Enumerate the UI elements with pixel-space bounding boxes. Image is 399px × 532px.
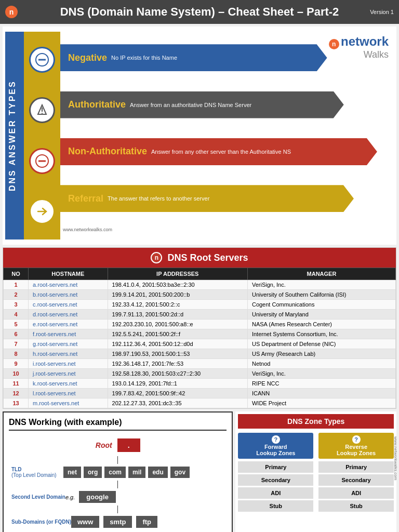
table-row: 10 j.root-servers.net 192.58.128.30, 200…	[4, 369, 396, 379]
dns-answer-types-section: n network Walks DNS ANSWER TYPES	[3, 26, 396, 245]
list-item: ADI	[318, 487, 394, 499]
cell-ip: 192.58.128.30, 2001:503:c27::2:30	[108, 369, 247, 379]
nonauth-desc: Answer from any other server than the Au…	[151, 149, 291, 155]
tld-row: TLD (Top Level Domain) netorgcommiledugo…	[11, 467, 224, 478]
nonauth-icon	[29, 148, 55, 174]
cell-manager: Cogent Communications	[247, 300, 395, 310]
subdomain-item: www	[71, 516, 99, 528]
negative-label: Negative	[68, 52, 107, 63]
cell-no: 4	[4, 310, 29, 320]
tree-connector-2	[117, 481, 118, 488]
tld-title: TLD	[11, 467, 63, 472]
cell-no: 12	[4, 389, 29, 398]
bottom-section: DNS Working (with example) Root . TLD (T…	[3, 411, 396, 532]
cell-manager: US Department of Defense (NIC)	[247, 339, 395, 349]
cell-manager: VeriSign, Inc.	[247, 280, 395, 290]
list-item: Stub	[318, 500, 394, 512]
cell-ip: 192.36.148.17, 2001:7fe::53	[108, 359, 247, 369]
zone-watermark: www.networkwalks.com	[393, 436, 398, 480]
cell-ip: 192.203.230.10, 2001:500:a8::e	[108, 320, 247, 329]
tld-subtitle: (Top Level Domain)	[11, 472, 63, 478]
cell-no: 3	[4, 300, 29, 310]
col-manager: MANAGER	[247, 268, 395, 280]
referral-icon	[29, 198, 55, 224]
subdomain-item: ftp	[136, 516, 157, 528]
tld-item: org	[84, 467, 102, 478]
table-row: 11 k.root-servers.net 193.0.14.129, 2001…	[4, 379, 396, 389]
cell-manager: Netnod	[247, 359, 395, 369]
dns-root-title: DNS Root Servers	[167, 252, 248, 263]
cell-ip: 202.12.27.33, 2001:dc3::35	[108, 398, 247, 408]
root-row: Root .	[11, 438, 224, 452]
root-label: Root	[96, 441, 112, 449]
cell-hostname: h.root-servers.net	[29, 349, 108, 359]
table-row: 6 f.root-servers.net 192.5.5.241, 2001:5…	[4, 329, 396, 339]
cell-hostname: j.root-servers.net	[29, 369, 108, 379]
cell-manager: RIPE NCC	[247, 379, 395, 389]
dns-answer-icons-col	[24, 32, 60, 240]
cell-hostname: l.root-servers.net	[29, 389, 108, 398]
root-box: .	[117, 438, 140, 452]
cell-ip: 198.41.0.4, 2001:503:ba3e::2:30	[108, 280, 247, 290]
dns-answer-types-label: DNS ANSWER TYPES	[5, 32, 24, 240]
forward-lookup-title: ? ForwardLookup Zones	[238, 433, 313, 459]
cell-no: 8	[4, 349, 29, 359]
dns-zone-types-section: DNS Zone Types ? ForwardLookup Zones Pri…	[235, 411, 396, 532]
dns-working-title: DNS Working (with example)	[9, 418, 227, 431]
cell-no: 2	[4, 290, 29, 300]
forward-q-icon: ?	[272, 435, 280, 444]
table-row: 8 h.root-servers.net 198.97.190.53, 2001…	[4, 349, 396, 359]
dns-tree: Root . TLD (Top Level Domain) netorgcomm…	[9, 436, 227, 532]
col-no: NO	[4, 268, 29, 280]
list-item: Primary	[238, 461, 313, 473]
cell-ip: 199.7.83.42, 2001:500:9f::42	[108, 389, 247, 398]
reverse-zone-items: PrimarySecondaryADIStub	[318, 461, 394, 512]
negative-icon	[29, 47, 55, 73]
cell-ip: 199.7.91.13, 2001:500:2d::d	[108, 310, 247, 320]
cell-ip: 192.33.4.12, 2001:500:2::c	[108, 300, 247, 310]
tld-item: net	[63, 467, 81, 478]
list-item: Stub	[238, 500, 313, 512]
dns-root-table: NO HOSTNAME IP ADDRESSES MANAGER 1 a.roo…	[3, 268, 396, 408]
page-title: DNS (Domain Name System) – Cheat Sheet –…	[60, 5, 339, 18]
cell-no: 9	[4, 359, 29, 369]
sld-eg: e.g.	[65, 494, 75, 500]
cell-no: 7	[4, 339, 29, 349]
cell-ip: 198.97.190.53, 2001:500:1::53	[108, 349, 247, 359]
table-row: 1 a.root-servers.net 198.41.0.4, 2001:50…	[4, 280, 396, 290]
dns-root-header: n DNS Root Servers	[3, 248, 396, 268]
dns-root-servers-section: n DNS Root Servers NO HOSTNAME IP ADDRES…	[3, 247, 396, 409]
sld-row: Second Level Domain e.g. google	[11, 491, 224, 503]
cell-manager: Internet Systems Consortium, Inc.	[247, 329, 395, 339]
reverse-q-icon: ?	[352, 435, 361, 444]
cell-hostname: c.root-servers.net	[29, 300, 108, 310]
dns-working-section: DNS Working (with example) Root . TLD (T…	[3, 411, 233, 532]
list-item: Secondary	[318, 474, 394, 486]
cell-hostname: e.root-servers.net	[29, 320, 108, 329]
authoritative-label: Authoritative	[68, 99, 126, 110]
tld-item: mil	[128, 467, 145, 478]
cell-ip: 199.9.14.201, 2001:500:200::b	[108, 290, 247, 300]
cell-manager: NASA (Ames Research Center)	[247, 320, 395, 329]
cell-hostname: a.root-servers.net	[29, 280, 108, 290]
forward-zone-items: PrimarySecondaryADIStub	[238, 461, 313, 512]
sld-label: Second Level Domain	[11, 494, 65, 500]
referral-desc: The answer that refers to another server	[108, 195, 209, 202]
subdomain-items: wwwsmtpftp	[71, 516, 157, 528]
svg-point-4	[42, 113, 43, 114]
table-row: 13 m.root-servers.net 202.12.27.33, 2001…	[4, 398, 396, 408]
logo-icon: n	[5, 6, 18, 18]
list-item: Secondary	[238, 474, 313, 486]
version-label: Version 1	[370, 9, 394, 15]
table-row: 12 l.root-servers.net 199.7.83.42, 2001:…	[4, 389, 396, 398]
tree-connector-1	[117, 456, 118, 464]
list-item: ADI	[238, 487, 313, 499]
cell-hostname: i.root-servers.net	[29, 359, 108, 369]
cell-no: 13	[4, 398, 29, 408]
nonauth-arrow: Non-Authoritative Answer from any other …	[60, 133, 394, 170]
subdomain-row: Sub-Domains (or FQDN) wwwsmtpftp	[11, 516, 224, 528]
negative-desc: No IP exists for this Name	[111, 55, 177, 61]
subdomain-item: smtp	[103, 516, 132, 528]
tld-items: netorgcommiledugov	[63, 467, 190, 478]
negative-arrow: Negative No IP exists for this Name	[60, 39, 394, 76]
